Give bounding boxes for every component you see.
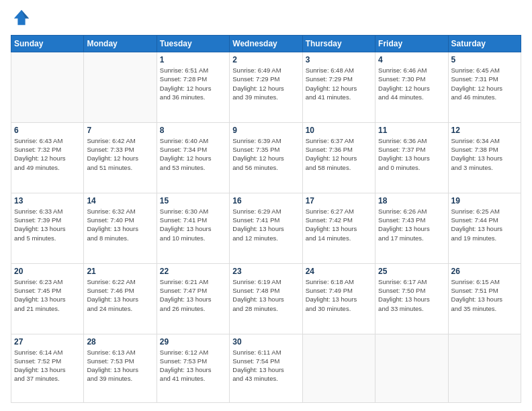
day-info: Sunrise: 6:12 AM Sunset: 7:53 PM Dayligh… bbox=[160, 348, 226, 383]
calendar-cell: 25Sunrise: 6:17 AM Sunset: 7:50 PM Dayli… bbox=[375, 263, 448, 334]
calendar-week-row: 13Sunrise: 6:33 AM Sunset: 7:39 PM Dayli… bbox=[11, 193, 521, 263]
day-info: Sunrise: 6:37 AM Sunset: 7:36 PM Dayligh… bbox=[306, 136, 372, 172]
calendar-cell: 16Sunrise: 6:29 AM Sunset: 7:41 PM Dayli… bbox=[230, 193, 302, 263]
day-info: Sunrise: 6:49 AM Sunset: 7:29 PM Dayligh… bbox=[232, 66, 299, 101]
calendar-cell: 8Sunrise: 6:40 AM Sunset: 7:34 PM Daylig… bbox=[157, 122, 229, 193]
calendar-cell: 24Sunrise: 6:18 AM Sunset: 7:49 PM Dayli… bbox=[302, 263, 375, 334]
day-number: 14 bbox=[87, 196, 153, 205]
day-number: 24 bbox=[306, 267, 372, 276]
calendar-cell: 14Sunrise: 6:32 AM Sunset: 7:40 PM Dayli… bbox=[84, 193, 157, 263]
day-info: Sunrise: 6:23 AM Sunset: 7:45 PM Dayligh… bbox=[14, 277, 81, 313]
day-info: Sunrise: 6:22 AM Sunset: 7:46 PM Dayligh… bbox=[87, 277, 153, 313]
day-info: Sunrise: 6:45 AM Sunset: 7:31 PM Dayligh… bbox=[451, 66, 518, 101]
day-number: 15 bbox=[160, 196, 226, 205]
day-number: 22 bbox=[160, 267, 226, 276]
calendar-cell: 30Sunrise: 6:11 AM Sunset: 7:54 PM Dayli… bbox=[230, 334, 302, 403]
calendar-cell: 10Sunrise: 6:37 AM Sunset: 7:36 PM Dayli… bbox=[302, 122, 375, 193]
calendar-cell: 26Sunrise: 6:15 AM Sunset: 7:51 PM Dayli… bbox=[448, 263, 521, 334]
weekday-header: Wednesday bbox=[230, 36, 302, 52]
calendar-week-row: 20Sunrise: 6:23 AM Sunset: 7:45 PM Dayli… bbox=[11, 263, 521, 334]
calendar-cell: 29Sunrise: 6:12 AM Sunset: 7:53 PM Dayli… bbox=[157, 334, 229, 403]
day-number: 30 bbox=[232, 337, 299, 347]
day-number: 26 bbox=[451, 267, 518, 276]
day-info: Sunrise: 6:17 AM Sunset: 7:50 PM Dayligh… bbox=[378, 277, 445, 313]
day-number: 17 bbox=[306, 196, 372, 205]
day-info: Sunrise: 6:13 AM Sunset: 7:53 PM Dayligh… bbox=[87, 348, 153, 383]
day-number: 13 bbox=[14, 196, 81, 205]
day-info: Sunrise: 6:40 AM Sunset: 7:34 PM Dayligh… bbox=[160, 136, 226, 172]
day-number: 7 bbox=[87, 126, 153, 135]
calendar-cell: 19Sunrise: 6:25 AM Sunset: 7:44 PM Dayli… bbox=[448, 193, 521, 263]
day-number: 18 bbox=[378, 196, 445, 205]
calendar-cell: 12Sunrise: 6:34 AM Sunset: 7:38 PM Dayli… bbox=[448, 122, 521, 193]
calendar-cell: 27Sunrise: 6:14 AM Sunset: 7:52 PM Dayli… bbox=[11, 334, 84, 403]
calendar-cell bbox=[375, 334, 448, 403]
day-info: Sunrise: 6:19 AM Sunset: 7:48 PM Dayligh… bbox=[232, 277, 299, 313]
day-number: 8 bbox=[160, 126, 226, 135]
day-info: Sunrise: 6:36 AM Sunset: 7:37 PM Dayligh… bbox=[378, 136, 445, 172]
calendar-cell: 23Sunrise: 6:19 AM Sunset: 7:48 PM Dayli… bbox=[230, 263, 302, 334]
calendar-header-row: SundayMondayTuesdayWednesdayThursdayFrid… bbox=[11, 36, 521, 52]
calendar-cell: 28Sunrise: 6:13 AM Sunset: 7:53 PM Dayli… bbox=[84, 334, 157, 403]
day-number: 20 bbox=[14, 267, 81, 276]
calendar-week-row: 27Sunrise: 6:14 AM Sunset: 7:52 PM Dayli… bbox=[11, 334, 521, 403]
day-info: Sunrise: 6:25 AM Sunset: 7:44 PM Dayligh… bbox=[451, 207, 518, 242]
day-info: Sunrise: 6:21 AM Sunset: 7:47 PM Dayligh… bbox=[160, 277, 226, 313]
weekday-header: Sunday bbox=[11, 36, 84, 52]
day-number: 21 bbox=[87, 267, 153, 276]
calendar-cell: 18Sunrise: 6:26 AM Sunset: 7:43 PM Dayli… bbox=[375, 193, 448, 263]
calendar-cell bbox=[11, 52, 84, 123]
day-info: Sunrise: 6:27 AM Sunset: 7:42 PM Dayligh… bbox=[306, 207, 372, 242]
calendar-cell: 9Sunrise: 6:39 AM Sunset: 7:35 PM Daylig… bbox=[230, 122, 302, 193]
calendar-cell: 20Sunrise: 6:23 AM Sunset: 7:45 PM Dayli… bbox=[11, 263, 84, 334]
day-number: 5 bbox=[451, 55, 518, 64]
day-info: Sunrise: 6:18 AM Sunset: 7:49 PM Dayligh… bbox=[306, 277, 372, 313]
calendar-cell: 13Sunrise: 6:33 AM Sunset: 7:39 PM Dayli… bbox=[11, 193, 84, 263]
weekday-header: Friday bbox=[375, 36, 448, 52]
calendar-cell: 11Sunrise: 6:36 AM Sunset: 7:37 PM Dayli… bbox=[375, 122, 448, 193]
day-info: Sunrise: 6:33 AM Sunset: 7:39 PM Dayligh… bbox=[14, 207, 81, 242]
weekday-header: Tuesday bbox=[157, 36, 229, 52]
calendar-cell: 4Sunrise: 6:46 AM Sunset: 7:30 PM Daylig… bbox=[375, 52, 448, 123]
day-number: 12 bbox=[451, 126, 518, 135]
calendar-cell: 22Sunrise: 6:21 AM Sunset: 7:47 PM Dayli… bbox=[157, 263, 229, 334]
header bbox=[11, 8, 521, 30]
calendar-cell: 21Sunrise: 6:22 AM Sunset: 7:46 PM Dayli… bbox=[84, 263, 157, 334]
day-number: 4 bbox=[378, 55, 445, 64]
day-info: Sunrise: 6:43 AM Sunset: 7:32 PM Dayligh… bbox=[14, 136, 81, 172]
page: SundayMondayTuesdayWednesdayThursdayFrid… bbox=[0, 0, 532, 411]
calendar-cell: 1Sunrise: 6:51 AM Sunset: 7:28 PM Daylig… bbox=[157, 52, 229, 123]
day-number: 3 bbox=[306, 55, 372, 64]
calendar-cell: 17Sunrise: 6:27 AM Sunset: 7:42 PM Dayli… bbox=[302, 193, 375, 263]
day-info: Sunrise: 6:15 AM Sunset: 7:51 PM Dayligh… bbox=[451, 277, 518, 313]
day-info: Sunrise: 6:32 AM Sunset: 7:40 PM Dayligh… bbox=[87, 207, 153, 242]
day-number: 27 bbox=[14, 337, 81, 347]
day-number: 10 bbox=[306, 126, 372, 135]
calendar-cell: 5Sunrise: 6:45 AM Sunset: 7:31 PM Daylig… bbox=[448, 52, 521, 123]
day-number: 19 bbox=[451, 196, 518, 205]
calendar-week-row: 6Sunrise: 6:43 AM Sunset: 7:32 PM Daylig… bbox=[11, 122, 521, 193]
day-number: 29 bbox=[160, 337, 226, 347]
day-info: Sunrise: 6:48 AM Sunset: 7:29 PM Dayligh… bbox=[306, 66, 372, 101]
calendar-table: SundayMondayTuesdayWednesdayThursdayFrid… bbox=[11, 35, 521, 403]
day-info: Sunrise: 6:14 AM Sunset: 7:52 PM Dayligh… bbox=[14, 348, 81, 383]
weekday-header: Monday bbox=[84, 36, 157, 52]
calendar-cell bbox=[302, 334, 375, 403]
day-number: 28 bbox=[87, 337, 153, 347]
calendar-cell: 15Sunrise: 6:30 AM Sunset: 7:41 PM Dayli… bbox=[157, 193, 229, 263]
day-number: 2 bbox=[232, 55, 299, 64]
calendar-cell bbox=[448, 334, 521, 403]
day-info: Sunrise: 6:42 AM Sunset: 7:33 PM Dayligh… bbox=[87, 136, 153, 172]
day-number: 11 bbox=[378, 126, 445, 135]
day-info: Sunrise: 6:46 AM Sunset: 7:30 PM Dayligh… bbox=[378, 66, 445, 101]
day-info: Sunrise: 6:34 AM Sunset: 7:38 PM Dayligh… bbox=[451, 136, 518, 172]
day-number: 23 bbox=[232, 267, 299, 276]
day-info: Sunrise: 6:30 AM Sunset: 7:41 PM Dayligh… bbox=[160, 207, 226, 242]
calendar-cell: 2Sunrise: 6:49 AM Sunset: 7:29 PM Daylig… bbox=[230, 52, 302, 123]
day-info: Sunrise: 6:11 AM Sunset: 7:54 PM Dayligh… bbox=[232, 348, 299, 383]
calendar-cell bbox=[84, 52, 157, 123]
calendar-cell: 6Sunrise: 6:43 AM Sunset: 7:32 PM Daylig… bbox=[11, 122, 84, 193]
weekday-header: Saturday bbox=[448, 36, 521, 52]
day-info: Sunrise: 6:39 AM Sunset: 7:35 PM Dayligh… bbox=[232, 136, 299, 172]
calendar-cell: 3Sunrise: 6:48 AM Sunset: 7:29 PM Daylig… bbox=[302, 52, 375, 123]
